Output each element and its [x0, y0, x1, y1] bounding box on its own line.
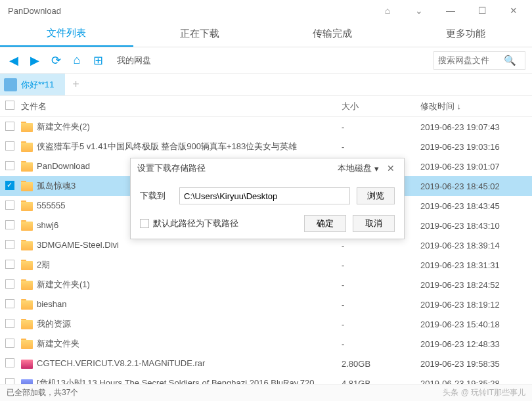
file-name[interactable]: 我的资源 [20, 318, 342, 330]
file-date: 2019-06-23 15:40:18 [420, 319, 532, 329]
dialog-title: 设置下载存储路径 [137, 162, 206, 174]
user-tab[interactable]: 你好**11 [0, 74, 65, 95]
download-to-label: 下载到 [140, 190, 173, 202]
folder-icon [21, 182, 33, 191]
file-date: 2019-06-23 19:58:35 [420, 359, 532, 369]
status-bar: 已全部加载，共37个 头条 @ 玩转IT那些事儿 [0, 384, 532, 401]
file-row[interactable]: 新建文件夹(2)-2019-06-23 19:07:43 [0, 117, 532, 137]
breadcrumb[interactable]: 我的网盘 [112, 55, 427, 66]
folder-icon [21, 222, 33, 231]
checkbox-icon [140, 219, 149, 228]
window-controls: ⌂ ⌄ ― ☐ ✕ [374, 5, 527, 16]
select-all[interactable] [0, 101, 20, 112]
file-date: 2019-06-23 19:01:07 [420, 162, 532, 172]
file-name[interactable]: 侠盗猎车手5 v1.41中国风终极版 整合版900辆真车+183位美女与英雄 [20, 141, 342, 153]
file-row[interactable]: CGTECH.VERICUT.V8.2.1-MAGNiTUDE.rar2.80G… [0, 354, 532, 373]
file-row[interactable]: bieshan-2019-06-23 18:19:12 [0, 295, 532, 314]
maximize-icon[interactable]: ☐ [469, 5, 495, 16]
file-name[interactable]: 新建文件夹 [20, 338, 342, 350]
table-header: 文件名 大小 修改时间 ↓ [0, 96, 532, 117]
file-date: 2019-06-23 18:39:14 [420, 241, 532, 250]
user-name: 你好**11 [21, 79, 55, 91]
titlebar: PanDownload ⌂ ⌄ ― ☐ ✕ [0, 0, 532, 21]
file-size: - [342, 122, 420, 132]
folder-icon [21, 281, 33, 290]
add-user-tab[interactable]: + [65, 78, 87, 91]
disk-select[interactable]: 本地磁盘 ▾ [338, 162, 379, 174]
dialog-body: 下载到 浏览 默认此路径为下载路径 确定 取消 [131, 178, 404, 239]
cancel-button[interactable]: 取消 [353, 215, 395, 232]
browse-button[interactable]: 浏览 [357, 187, 395, 204]
row-checkbox[interactable] [0, 319, 20, 330]
file-name[interactable]: CGTECH.VERICUT.V8.2.1-MAGNiTUDE.rar [20, 358, 342, 369]
file-row[interactable]: 新建文件夹(1)-2019-06-23 18:24:52 [0, 275, 532, 295]
folder-icon [21, 320, 33, 329]
file-name[interactable]: 2期 [20, 259, 342, 271]
avatar [4, 78, 17, 91]
tab-more[interactable]: 更多功能 [399, 21, 533, 47]
file-size: - [342, 300, 420, 310]
folder-icon [21, 123, 33, 132]
row-checkbox[interactable] [0, 339, 20, 350]
file-size: - [342, 241, 420, 250]
file-name[interactable]: bieshan [20, 299, 342, 310]
file-row[interactable]: 侠盗猎车手5 v1.41中国风终极版 整合版900辆真车+183位美女与英雄-2… [0, 137, 532, 156]
file-name[interactable]: 新建文件夹(1) [20, 279, 342, 291]
row-checkbox[interactable] [0, 161, 20, 172]
file-size: - [342, 280, 420, 290]
minimize-icon[interactable]: ― [437, 5, 464, 16]
file-size: - [342, 142, 420, 152]
file-date: 2019-06-23 18:31:31 [420, 260, 532, 270]
row-checkbox[interactable] [0, 279, 20, 291]
file-row[interactable]: 2期-2019-06-23 18:31:31 [0, 255, 532, 275]
row-checkbox[interactable] [0, 141, 20, 153]
shirt-icon[interactable]: ⌂ [374, 5, 401, 16]
dialog-close-icon[interactable]: ✕ [384, 163, 397, 174]
folder-icon [21, 202, 33, 211]
file-name[interactable]: 新建文件夹(2) [20, 121, 342, 133]
file-row[interactable]: 我的资源-2019-06-23 15:40:18 [0, 314, 532, 334]
row-checkbox[interactable] [0, 181, 20, 192]
refresh-icon[interactable]: ⟳ [49, 53, 63, 68]
home-icon[interactable]: ⌂ [70, 53, 84, 67]
row-checkbox[interactable] [0, 240, 20, 251]
dialog-titlebar: 设置下载存储路径 本地磁盘 ▾ ✕ [131, 158, 404, 178]
file-date: 2019-06-23 18:19:12 [420, 300, 532, 310]
new-folder-icon[interactable]: ⊞ [91, 53, 105, 68]
tab-downloading[interactable]: 正在下载 [133, 21, 267, 47]
status-text: 已全部加载，共37个 [7, 387, 78, 398]
file-name[interactable]: 3DMGAME-Steel.Divi [20, 240, 342, 250]
default-path-checkbox[interactable]: 默认此路径为下载路径 [140, 218, 238, 229]
search-input[interactable] [438, 55, 504, 65]
nav-back-icon[interactable]: ◀ [7, 53, 21, 68]
row-checkbox[interactable] [0, 122, 20, 133]
tab-files[interactable]: 文件列表 [0, 21, 133, 47]
path-input[interactable] [179, 187, 350, 204]
row-checkbox[interactable] [0, 220, 20, 231]
folder-icon [21, 143, 33, 152]
folder-icon [21, 261, 33, 270]
row-checkbox[interactable] [0, 200, 20, 212]
close-icon[interactable]: ✕ [500, 5, 527, 16]
nav-forward-icon[interactable]: ▶ [28, 53, 42, 68]
main-tabs: 文件列表 正在下载 传输完成 更多功能 [0, 21, 532, 47]
ok-button[interactable]: 确定 [304, 215, 346, 232]
path-row: 下载到 浏览 [140, 187, 395, 204]
download-path-dialog: 设置下载存储路径 本地磁盘 ▾ ✕ 下载到 浏览 默认此路径为下载路径 确定 取… [130, 158, 405, 239]
row-checkbox[interactable] [0, 358, 20, 369]
dropdown-icon[interactable]: ⌄ [406, 5, 432, 16]
file-size: - [342, 339, 420, 349]
column-name[interactable]: 文件名 [20, 101, 342, 112]
user-row: 你好**11 + [0, 74, 532, 96]
file-date: 2019-06-23 19:03:16 [420, 142, 532, 152]
row-checkbox[interactable] [0, 299, 20, 310]
row-checkbox[interactable] [0, 260, 20, 271]
column-size[interactable]: 大小 [342, 101, 420, 112]
search-icon[interactable]: 🔍 [504, 55, 516, 66]
column-date[interactable]: 修改时间 ↓ [420, 101, 532, 112]
search-box[interactable]: 🔍 [433, 51, 525, 70]
dialog-footer: 默认此路径为下载路径 确定 取消 [140, 215, 395, 232]
file-row[interactable]: 新建文件夹-2019-06-23 12:48:33 [0, 334, 532, 354]
folder-icon [21, 340, 33, 349]
tab-completed[interactable]: 传输完成 [266, 21, 399, 47]
